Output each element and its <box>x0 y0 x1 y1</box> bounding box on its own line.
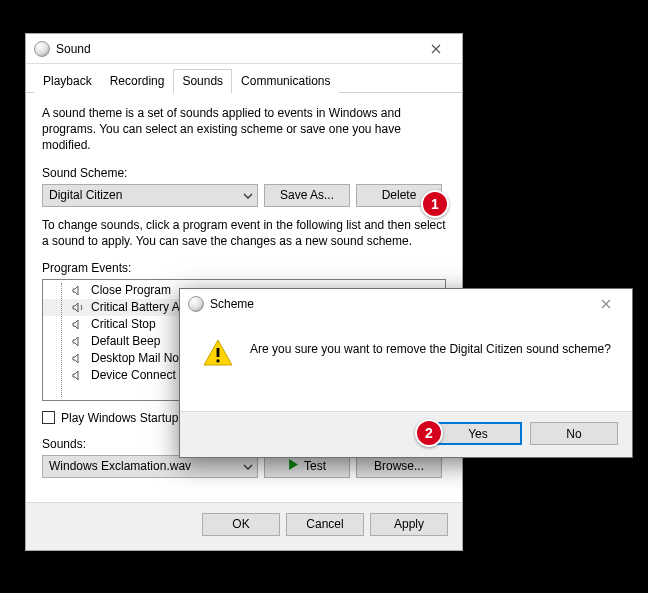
apply-button[interactable]: Apply <box>370 513 448 536</box>
close-icon[interactable] <box>586 293 626 315</box>
ok-button[interactable]: OK <box>202 513 280 536</box>
tree-line <box>61 283 62 397</box>
event-label: Close Program <box>91 283 171 297</box>
cancel-button[interactable]: Cancel <box>286 513 364 536</box>
scheme-title: Scheme <box>210 297 586 311</box>
event-label: Default Beep <box>91 334 160 348</box>
tab-communications[interactable]: Communications <box>232 69 339 93</box>
tab-playback[interactable]: Playback <box>34 69 101 93</box>
svg-rect-0 <box>217 348 220 357</box>
speaker-icon <box>71 352 85 364</box>
event-label: Critical Battery Al <box>91 300 182 314</box>
test-label: Test <box>304 459 326 473</box>
scheme-label: Sound Scheme: <box>42 166 446 180</box>
tab-sounds[interactable]: Sounds <box>173 69 232 93</box>
callout-badge-2: 2 <box>415 419 443 447</box>
speaker-icon <box>71 318 85 330</box>
scheme-app-icon <box>188 296 204 312</box>
sound-titlebar[interactable]: Sound <box>26 34 462 64</box>
scheme-dialog: Scheme Are you sure you want to remove t… <box>179 288 633 458</box>
sounds-value: Windows Exclamation.wav <box>49 459 191 473</box>
sound-scheme-dropdown[interactable]: Digital Citizen <box>42 184 258 207</box>
program-events-label: Program Events: <box>42 261 446 275</box>
chevron-down-icon <box>243 188 253 202</box>
play-startup-checkbox[interactable] <box>42 411 55 424</box>
play-startup-label: Play Windows Startup <box>61 411 178 425</box>
scheme-titlebar[interactable]: Scheme <box>180 289 632 319</box>
speaker-icon <box>71 301 85 313</box>
yes-button[interactable]: Yes <box>434 422 522 445</box>
close-icon[interactable] <box>416 38 456 60</box>
test-button[interactable]: Test <box>264 455 350 478</box>
dialog-footer: OK Cancel Apply <box>26 502 462 550</box>
event-label: Desktop Mail No <box>91 351 179 365</box>
change-description: To change sounds, click a program event … <box>42 217 446 249</box>
chevron-down-icon <box>243 459 253 473</box>
scheme-footer: Yes No <box>180 411 632 457</box>
svg-rect-1 <box>217 360 220 363</box>
no-button[interactable]: No <box>530 422 618 445</box>
play-icon <box>288 459 299 473</box>
tab-strip: Playback Recording Sounds Communications <box>26 64 462 93</box>
tab-recording[interactable]: Recording <box>101 69 174 93</box>
speaker-icon <box>71 335 85 347</box>
save-as-button[interactable]: Save As... <box>264 184 350 207</box>
sounds-dropdown[interactable]: Windows Exclamation.wav <box>42 455 258 478</box>
event-label: Critical Stop <box>91 317 156 331</box>
theme-description: A sound theme is a set of sounds applied… <box>42 105 446 154</box>
warning-icon <box>202 337 234 369</box>
sound-app-icon <box>34 41 50 57</box>
speaker-icon <box>71 369 85 381</box>
scheme-message: Are you sure you want to remove the Digi… <box>250 337 611 357</box>
event-label: Device Connect <box>91 368 176 382</box>
browse-button[interactable]: Browse... <box>356 455 442 478</box>
callout-badge-1: 1 <box>421 190 449 218</box>
sound-scheme-value: Digital Citizen <box>49 188 122 202</box>
speaker-icon <box>71 284 85 296</box>
sound-title: Sound <box>56 42 416 56</box>
